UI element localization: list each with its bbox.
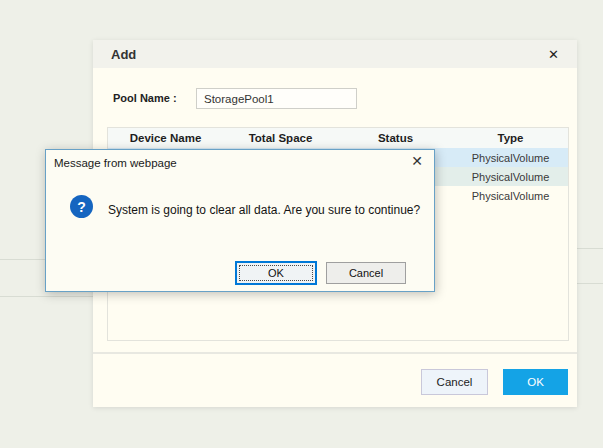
close-icon[interactable]: ✕ — [411, 154, 423, 168]
column-header-device-name[interactable]: Device Name — [108, 128, 223, 148]
message-cancel-button[interactable]: Cancel — [326, 262, 406, 284]
add-dialog-header: Add ✕ — [93, 40, 577, 68]
close-icon[interactable]: ✕ — [548, 48, 559, 61]
column-header-status[interactable]: Status — [338, 128, 453, 148]
page-background: { "add_dialog": { "title": "Add", "close… — [0, 0, 603, 448]
add-dialog-title: Add — [111, 47, 136, 62]
footer-divider — [93, 352, 577, 354]
question-icon: ? — [70, 195, 93, 218]
cell-type: PhysicalVolume — [453, 167, 568, 186]
device-table-header-row: Device Name Total Space Status Type — [108, 128, 568, 148]
ok-button[interactable]: OK — [503, 369, 568, 395]
cell-type: PhysicalVolume — [453, 186, 568, 205]
background-divider-right-2 — [577, 283, 603, 284]
message-dialog-title: Message from webpage — [54, 157, 177, 169]
pool-name-label: Pool Name : — [113, 92, 177, 104]
column-header-total-space[interactable]: Total Space — [223, 128, 338, 148]
column-header-type[interactable]: Type — [453, 128, 568, 148]
message-ok-button[interactable]: OK — [236, 262, 316, 284]
cell-type: PhysicalVolume — [453, 148, 568, 167]
pool-name-input[interactable] — [196, 88, 357, 109]
background-divider-left-2 — [0, 296, 93, 297]
background-divider-right-1 — [577, 248, 603, 249]
message-text: System is going to clear all data. Are y… — [108, 203, 420, 217]
message-from-webpage-dialog: Message from webpage ✕ ? System is going… — [45, 149, 435, 292]
cancel-button[interactable]: Cancel — [421, 369, 488, 395]
